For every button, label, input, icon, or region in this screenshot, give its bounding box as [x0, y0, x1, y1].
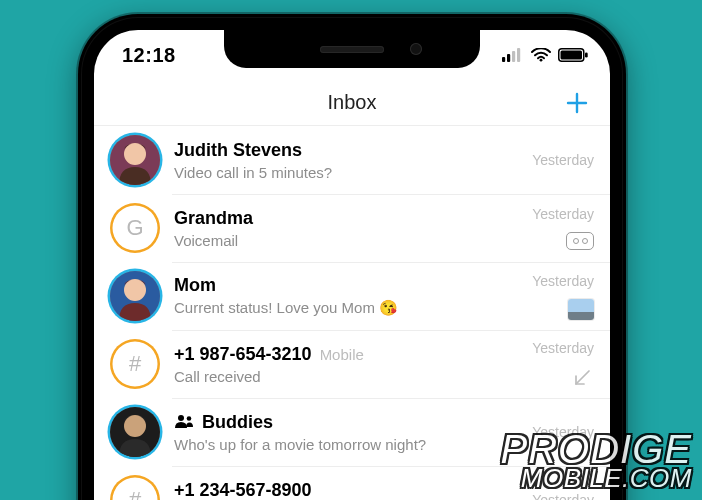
svg-point-16: [124, 415, 146, 437]
message-preview: Video call in 5 minutes?: [174, 164, 522, 181]
date-label: Yesterday: [532, 152, 594, 168]
row-meta: Yesterday: [532, 340, 594, 388]
list-item[interactable]: BuddiesWho's up for a movie tomorrow nig…: [94, 398, 610, 466]
svg-point-18: [187, 416, 192, 421]
svg-rect-6: [561, 51, 583, 60]
svg-point-11: [124, 143, 146, 165]
date-label: Yesterday: [532, 492, 594, 500]
battery-icon: [558, 48, 588, 62]
contact-name: Grandma: [174, 208, 253, 229]
svg-rect-3: [517, 48, 520, 62]
list-item[interactable]: MomCurrent status! Love you Mom 😘Yesterd…: [94, 262, 610, 330]
phone-frame: 12:18: [78, 14, 626, 500]
svg-rect-2: [512, 51, 515, 62]
avatar-image: [110, 407, 160, 457]
row-meta: Yesterday: [532, 424, 594, 440]
status-icons: [502, 48, 588, 62]
avatar: [110, 135, 160, 185]
date-label: Yesterday: [532, 273, 594, 289]
inbox-list[interactable]: Judith StevensVideo call in 5 minutes?Ye…: [94, 126, 610, 500]
row-meta: Yesterday: [532, 492, 594, 500]
group-icon: [174, 414, 194, 428]
wifi-icon: [531, 48, 551, 62]
date-label: Yesterday: [532, 424, 594, 440]
message-preview: Voicemail: [174, 232, 522, 249]
notch: [224, 30, 480, 68]
page-title: Inbox: [328, 91, 377, 114]
speaker-grill: [320, 46, 384, 53]
list-item[interactable]: GGrandmaVoicemailYesterday: [94, 194, 610, 262]
avatar: [110, 407, 160, 457]
row-body: +1 987-654-3210MobileCall received: [174, 344, 522, 385]
avatar: G: [110, 203, 160, 253]
avatar: [110, 271, 160, 321]
row-body: GrandmaVoicemail: [174, 208, 522, 249]
svg-point-17: [178, 415, 184, 421]
svg-rect-7: [585, 53, 588, 58]
avatar: #: [110, 475, 160, 500]
row-body: MomCurrent status! Love you Mom 😘: [174, 275, 522, 317]
contact-name: Buddies: [202, 412, 273, 433]
incoming-call-icon: [572, 366, 594, 388]
message-preview: Call received: [174, 368, 522, 385]
message-thumbnail: [568, 299, 594, 320]
date-label: Yesterday: [532, 206, 594, 222]
contact-name: Mom: [174, 275, 216, 296]
contact-sublabel: Mobile: [320, 346, 364, 363]
avatar-image: [110, 135, 160, 185]
avatar-image: [110, 271, 160, 321]
list-item[interactable]: #+1 234-567-8900Missed callYesterday: [94, 466, 610, 500]
screen: 12:18: [94, 30, 610, 500]
camera-dot: [410, 43, 422, 55]
date-label: Yesterday: [532, 340, 594, 356]
svg-rect-1: [507, 54, 510, 62]
nav-bar: Inbox: [94, 80, 610, 126]
row-meta: Yesterday: [532, 152, 594, 168]
message-preview: Current status! Love you Mom 😘: [174, 299, 522, 317]
add-button[interactable]: [562, 88, 592, 118]
row-body: +1 234-567-8900Missed call: [174, 480, 522, 501]
row-body: Judith StevensVideo call in 5 minutes?: [174, 140, 522, 181]
contact-name: Judith Stevens: [174, 140, 302, 161]
avatar: #: [110, 339, 160, 389]
cell-signal-icon: [502, 48, 524, 62]
message-preview: Who's up for a movie tomorrow night?: [174, 436, 522, 453]
voicemail-icon: [566, 232, 594, 250]
status-time: 12:18: [122, 44, 176, 67]
row-meta: Yesterday: [532, 206, 594, 250]
list-item[interactable]: Judith StevensVideo call in 5 minutes?Ye…: [94, 126, 610, 194]
svg-rect-0: [502, 57, 505, 62]
svg-point-4: [540, 59, 543, 62]
contact-name: +1 234-567-8900: [174, 480, 312, 501]
plus-icon: [565, 91, 589, 115]
contact-name: +1 987-654-3210: [174, 344, 312, 365]
svg-line-14: [576, 371, 589, 384]
row-meta: Yesterday: [532, 273, 594, 320]
svg-point-13: [124, 279, 146, 301]
row-body: BuddiesWho's up for a movie tomorrow nig…: [174, 412, 522, 453]
list-item[interactable]: #+1 987-654-3210MobileCall receivedYeste…: [94, 330, 610, 398]
